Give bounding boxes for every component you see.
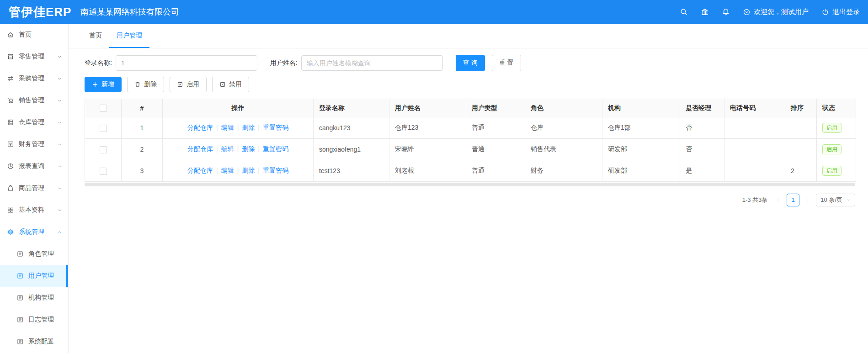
sidebar-item-label: 基本资料 [19,206,44,214]
chevron-down-icon [57,76,62,81]
logout-button[interactable]: 退出登录 [821,8,860,16]
database-icon [7,119,14,126]
chevron-right-icon [805,198,810,202]
cell-phone [724,160,785,182]
sidebar-item-finance[interactable]: 财务管理 [0,133,68,155]
table-row: 2 分配仓库|编辑|删除|重置密码 songxiaofeng1 宋晓锋 普通 销… [85,139,856,160]
login-name-input[interactable] [116,55,257,71]
assign-warehouse-link[interactable]: 分配仓库 [187,145,213,153]
pagination-total: 1-3 共3条 [742,196,768,204]
col-role: 角色 [525,99,602,117]
edit-link[interactable]: 编辑 [221,167,234,174]
edit-link[interactable]: 编辑 [221,124,234,131]
status-badge[interactable]: 启用 [822,123,841,133]
page-number[interactable]: 1 [787,194,799,206]
search-form: 登录名称: 用户姓名: 查 询 重 置 [85,55,855,71]
shop-icon [7,53,14,60]
sidebar-item-log-mgmt[interactable]: 日志管理 [0,309,68,331]
enable-button[interactable]: 启用 [170,77,207,92]
row-checkbox[interactable] [100,125,107,132]
sidebar-item-label: 零售管理 [19,53,44,61]
prev-page-button[interactable] [774,194,783,206]
cell-sort: 2 [785,160,817,182]
cell-manager: 是 [680,160,724,182]
reset-password-link[interactable]: 重置密码 [263,167,288,174]
sidebar-item-org-mgmt[interactable]: 机构管理 [0,287,68,309]
sidebar-item-label: 用户管理 [28,272,54,280]
cell-org: 研发部 [602,160,680,182]
bell-icon[interactable] [722,8,730,16]
company-name: 南通某某网络科技有限公司 [80,6,179,17]
reset-button[interactable]: 重 置 [492,55,521,71]
cell-role: 仓库 [525,117,602,139]
disable-button[interactable]: 禁用 [212,77,249,92]
cell-actions: 分配仓库|编辑|删除|重置密码 [163,160,314,182]
search-icon[interactable] [680,8,688,16]
sidebar-item-sales[interactable]: 销售管理 [0,90,68,111]
cell-login: test123 [314,160,389,182]
sidebar-item-purchase[interactable]: 采购管理 [0,68,68,90]
col-actions: 操作 [163,99,314,117]
welcome-text: 欢迎您，测试用户 [754,8,809,16]
document-icon [16,272,24,279]
assign-warehouse-link[interactable]: 分配仓库 [187,167,213,174]
row-checkbox[interactable] [100,146,107,153]
col-type: 用户类型 [466,99,525,117]
login-name-label: 登录名称: [85,59,112,67]
cell-type: 普通 [466,139,525,160]
sidebar: 首页 零售管理 采购管理 销售管理 仓库管理 财务管理 报表查询 商品管理 基本… [0,24,69,353]
document-icon [16,338,24,345]
reset-password-link[interactable]: 重置密码 [263,124,288,131]
next-page-button[interactable] [803,194,812,206]
edit-link[interactable]: 编辑 [221,145,234,153]
header-actions: 欢迎您，测试用户 退出登录 [680,8,868,16]
sidebar-item-label: 机构管理 [28,294,54,302]
tab-home[interactable]: 首页 [82,24,109,48]
cell-index: 2 [122,139,163,160]
logout-text: 退出登录 [832,8,860,16]
welcome-user[interactable]: 欢迎您，测试用户 [743,8,809,16]
select-all-checkbox[interactable] [100,105,107,112]
sidebar-item-retail[interactable]: 零售管理 [0,46,68,68]
table-row: 1 分配仓库|编辑|删除|重置密码 cangku123 仓库123 普通 仓库 … [85,117,856,139]
tab-user-mgmt[interactable]: 用户管理 [109,24,149,48]
horizontal-scrollbar[interactable] [85,183,855,186]
cell-actions: 分配仓库|编辑|删除|重置密码 [163,139,314,160]
cell-index: 3 [122,160,163,182]
delete-button[interactable]: 删除 [127,77,164,92]
status-badge[interactable]: 启用 [822,166,841,176]
sidebar-item-goods[interactable]: 商品管理 [0,177,68,199]
user-name-input[interactable] [301,55,443,71]
row-checkbox[interactable] [100,168,107,175]
add-button[interactable]: 新增 [85,77,122,92]
col-name: 用户姓名 [389,99,466,117]
delete-link[interactable]: 删除 [242,124,255,131]
chevron-down-icon [57,142,62,147]
page-size-select[interactable]: 10 条/页 [816,194,855,206]
delete-link[interactable]: 删除 [242,167,255,174]
sidebar-item-basedata[interactable]: 基本资料 [0,199,68,221]
sidebar-item-warehouse[interactable]: 仓库管理 [0,111,68,133]
table-header-row: # 操作 登录名称 用户姓名 用户类型 角色 机构 是否经理 电话号码 排序 状… [85,99,856,117]
sidebar-item-role-mgmt[interactable]: 角色管理 [0,243,68,265]
status-badge[interactable]: 启用 [822,144,841,154]
chevron-left-icon [776,198,781,202]
user-table: # 操作 登录名称 用户姓名 用户类型 角色 机构 是否经理 电话号码 排序 状… [85,99,856,182]
sidebar-item-sys-config[interactable]: 系统配置 [0,331,68,353]
check-square-icon [177,81,183,88]
reset-password-link[interactable]: 重置密码 [263,145,288,153]
document-icon [16,294,24,301]
delete-link[interactable]: 删除 [242,145,255,153]
col-login: 登录名称 [314,99,389,117]
sidebar-item-system[interactable]: 系统管理 [0,221,68,243]
sidebar-item-user-mgmt[interactable]: 用户管理 [0,265,68,287]
cell-type: 普通 [466,160,525,182]
query-button[interactable]: 查 询 [456,55,485,71]
assign-warehouse-link[interactable]: 分配仓库 [187,124,213,131]
col-manager: 是否经理 [680,99,724,117]
sidebar-item-reports[interactable]: 报表查询 [0,155,68,177]
bank-icon[interactable] [701,8,709,16]
col-status: 状态 [817,99,856,117]
sidebar-item-home[interactable]: 首页 [0,24,68,46]
cell-phone [724,117,785,139]
